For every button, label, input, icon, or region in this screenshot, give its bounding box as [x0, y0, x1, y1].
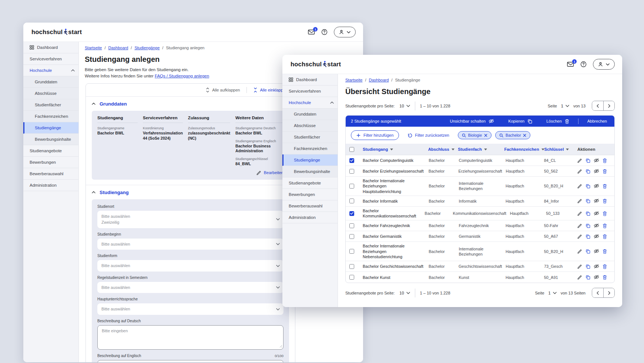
delete-row-button[interactable]	[603, 169, 607, 174]
delete-row-button[interactable]	[603, 264, 607, 269]
sidebar-item-studienfaecher[interactable]: Studienfächer	[23, 99, 78, 111]
sidebar-item-dashboard[interactable]: Dashboard	[282, 74, 338, 86]
sidebar-item-bewerberauswahl[interactable]: Bewerberauswahl	[23, 168, 78, 180]
sidebar-item-grunddaten[interactable]: Grunddaten	[23, 76, 78, 88]
column-header-studienfach[interactable]: Studienfach	[458, 147, 504, 151]
breadcrumb-link-startseite[interactable]: Startseite	[85, 46, 102, 50]
expand-all-button[interactable]: Alle aufklappen	[204, 87, 242, 93]
sidebar-item-serviceverfahren[interactable]: Serviceverfahren	[282, 86, 338, 97]
breadcrumb-link-startseite[interactable]: Startseite	[345, 78, 362, 82]
copy-row-button[interactable]	[586, 184, 590, 189]
sidebar-item-bewerbungsinhalte[interactable]: Bewerbungsinhalte	[282, 166, 338, 177]
bulk-unsichtbar-schalten-button[interactable]: Unsichtbar schalten	[448, 119, 497, 124]
delete-row-button[interactable]	[603, 275, 607, 280]
account-menu-button[interactable]	[334, 27, 356, 37]
edit-row-button[interactable]	[577, 249, 582, 254]
filter-chip-biologie[interactable]: Biologie	[458, 131, 492, 139]
row-checkbox[interactable]	[349, 275, 354, 280]
column-header-schluessel[interactable]: Schlüssel	[544, 147, 577, 151]
select-hauptunterrichtssprache[interactable]: Bitte auswählen	[97, 303, 284, 315]
select-studienbeginn[interactable]: Bitte auswählen	[97, 239, 284, 250]
hide-row-button[interactable]	[594, 211, 599, 216]
row-checkbox[interactable]	[349, 234, 354, 239]
sidebar-item-administration[interactable]: Administration	[23, 180, 78, 191]
breadcrumb-link-studiengaenge[interactable]: Studiengänge	[134, 46, 160, 50]
copy-row-button[interactable]	[586, 169, 590, 174]
page-select[interactable]: 1	[561, 104, 569, 108]
delete-row-button[interactable]	[603, 199, 607, 203]
hide-row-button[interactable]	[594, 264, 599, 269]
sidebar-item-fachkennzeichen[interactable]: Fachkennzeichen	[23, 111, 78, 122]
hide-row-button[interactable]	[594, 249, 599, 254]
copy-row-button[interactable]	[586, 264, 590, 269]
delete-row-button[interactable]	[603, 211, 607, 216]
previous-page-button[interactable]	[592, 101, 603, 110]
edit-row-button[interactable]	[577, 158, 582, 163]
row-checkbox[interactable]	[349, 211, 354, 216]
edit-row-button[interactable]	[577, 234, 582, 239]
sidebar-item-bewerberauswahl[interactable]: Bewerberauswahl	[282, 200, 338, 212]
breadcrumb-link-dashboard[interactable]: Dashboard	[369, 78, 389, 82]
column-header-abschluss[interactable]: Abschluss	[428, 147, 458, 151]
hide-row-button[interactable]	[594, 184, 599, 189]
sidebar-item-bewerbungen[interactable]: Bewerbungen	[23, 157, 78, 168]
app-logo[interactable]: hochschulstart	[31, 29, 82, 36]
row-checkbox[interactable]	[349, 249, 354, 254]
help-button[interactable]	[321, 29, 328, 35]
remove-filter-biologie-button[interactable]	[484, 134, 487, 137]
hide-row-button[interactable]	[594, 234, 599, 239]
next-page-button[interactable]	[603, 101, 614, 110]
section-studiengang-toggle[interactable]: Studiengang	[92, 190, 289, 195]
textarea-beschreibung-auf-deutsch[interactable]	[97, 325, 284, 350]
row-checkbox[interactable]	[349, 264, 354, 269]
edit-row-button[interactable]	[577, 264, 582, 269]
hide-row-button[interactable]	[594, 158, 599, 163]
breadcrumb-link-dashboard[interactable]: Dashboard	[108, 46, 128, 50]
edit-row-button[interactable]	[577, 184, 582, 189]
help-button[interactable]	[580, 61, 587, 67]
column-header-fachkennzeichen[interactable]: Fachkennzeichen	[504, 147, 544, 151]
account-menu-button[interactable]	[593, 59, 615, 70]
sidebar-item-studiengaenge[interactable]: Studiengänge	[282, 154, 338, 166]
textarea-beschreibung-auf-englisch[interactable]	[97, 360, 284, 362]
row-checkbox[interactable]	[349, 158, 354, 163]
row-checkbox[interactable]	[349, 169, 354, 174]
edit-row-button[interactable]	[577, 211, 582, 216]
sidebar-item-hochschule[interactable]: Hochschule	[282, 97, 338, 109]
select-studienort[interactable]: Bitte auswählenZweizeilig	[97, 211, 284, 228]
sidebar-item-studienfaecher[interactable]: Studienfächer	[282, 131, 338, 143]
remove-filter-bachelor-button[interactable]	[523, 134, 526, 137]
delete-row-button[interactable]	[603, 158, 607, 163]
hide-row-button[interactable]	[594, 275, 599, 280]
select-regelstudienzeit-in-semestern[interactable]: Bitte auswählen	[97, 282, 284, 293]
bulk-kopieren-button[interactable]: Kopieren	[506, 119, 534, 124]
per-page-select[interactable]: 10	[399, 104, 410, 108]
delete-row-button[interactable]	[603, 223, 607, 228]
sidebar-item-bewerbungen[interactable]: Bewerbungen	[282, 189, 338, 200]
faq-link[interactable]: FAQs / Studiengang anlegen	[155, 74, 209, 78]
per-page-select[interactable]: 10	[399, 291, 410, 295]
sidebar-item-abschluesse[interactable]: Abschlüsse	[282, 120, 338, 131]
column-header-studiengang[interactable]: Studiengang	[363, 147, 428, 151]
page-select[interactable]: 1	[549, 291, 557, 295]
filter-chip-bachelor[interactable]: Bachelor	[495, 131, 530, 139]
hide-row-button[interactable]	[594, 223, 599, 228]
section-grunddaten-toggle[interactable]: Grunddaten	[92, 101, 289, 107]
delete-row-button[interactable]	[603, 184, 607, 189]
copy-row-button[interactable]	[586, 223, 590, 228]
bulk-loeschen-button[interactable]: Löschen	[544, 119, 571, 124]
sidebar-item-fachkennzeichen[interactable]: Fachkennzeichen	[282, 143, 338, 154]
sidebar-item-administration[interactable]: Administration	[282, 212, 338, 223]
copy-row-button[interactable]	[586, 199, 590, 203]
edit-row-button[interactable]	[577, 275, 582, 280]
sidebar-item-grunddaten[interactable]: Grunddaten	[282, 109, 338, 120]
sidebar-item-dashboard[interactable]: Dashboard	[23, 42, 78, 53]
hide-row-button[interactable]	[594, 199, 599, 203]
copy-row-button[interactable]	[586, 234, 590, 239]
copy-row-button[interactable]	[586, 158, 590, 163]
copy-row-button[interactable]	[586, 275, 590, 280]
edit-row-button[interactable]	[577, 223, 582, 228]
delete-row-button[interactable]	[603, 249, 607, 254]
row-checkbox[interactable]	[349, 184, 354, 189]
hide-row-button[interactable]	[594, 169, 599, 174]
